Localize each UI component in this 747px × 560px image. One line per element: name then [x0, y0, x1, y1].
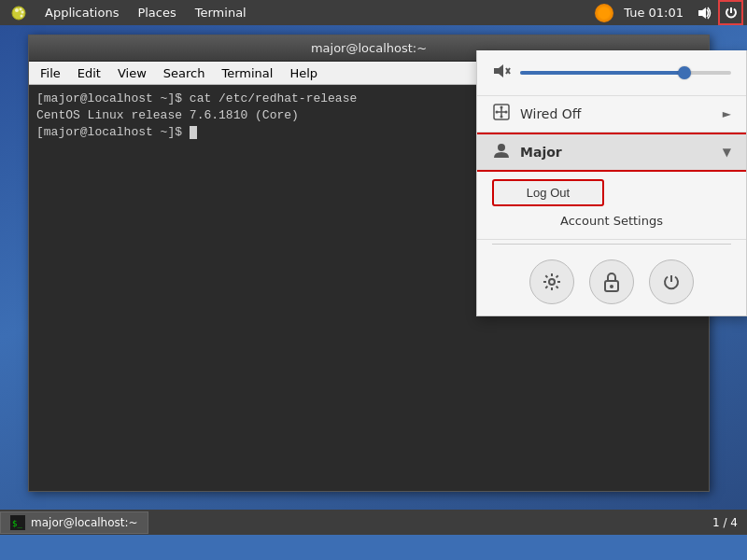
svg-point-12: [496, 111, 499, 114]
panel-bottom-icons: [477, 248, 746, 315]
taskbar-terminal-icon: $_: [10, 515, 25, 530]
wired-arrow-icon: ►: [723, 107, 731, 120]
taskbar: $_ major@localhost:~ 1 / 4: [0, 510, 747, 535]
desktop: major@localhost:~ File Edit View Search …: [0, 25, 747, 535]
volume-icon: [697, 6, 712, 21]
taskbar-left: $_ major@localhost:~: [0, 511, 148, 534]
wired-label: Wired Off: [520, 106, 713, 121]
user-arrow-icon: ▼: [723, 146, 731, 159]
volume-icon-btn[interactable]: [691, 0, 716, 25]
firefox-icon[interactable]: [591, 0, 616, 25]
svg-point-1: [15, 8, 19, 12]
user-name: Major: [520, 145, 713, 160]
logout-button[interactable]: Log Out: [492, 179, 604, 206]
system-settings-button[interactable]: [529, 259, 574, 304]
topbar-right: Tue 01:01: [591, 0, 743, 25]
menu-search[interactable]: Search: [156, 64, 213, 82]
menu-help[interactable]: Help: [282, 64, 325, 82]
menu-terminal[interactable]: Terminal: [214, 64, 280, 82]
places-menu[interactable]: Places: [130, 0, 183, 25]
menu-view[interactable]: View: [110, 64, 154, 82]
lock-icon: [602, 272, 621, 292]
power-off-icon: [662, 273, 681, 291]
top-panel: Applications Places Terminal Tue 01:01: [0, 0, 747, 25]
app-menu-icon[interactable]: [4, 0, 34, 25]
account-settings-link[interactable]: Account Settings: [492, 210, 731, 231]
lock-screen-button[interactable]: [589, 259, 634, 304]
user-icon: [492, 142, 511, 162]
svg-point-14: [500, 106, 503, 109]
topbar-left: Applications Places Terminal: [4, 0, 254, 25]
svg-point-16: [498, 144, 505, 151]
svg-point-17: [549, 279, 555, 285]
volume-slider-track[interactable]: [520, 71, 731, 75]
panel-divider: [492, 244, 731, 245]
settings-icon: [542, 272, 562, 292]
taskbar-terminal-app[interactable]: $_ major@localhost:~: [0, 511, 148, 534]
terminal-menu[interactable]: Terminal: [188, 0, 254, 25]
gnome-foot-icon: [11, 6, 26, 21]
panel-actions: Log Out Account Settings: [477, 172, 746, 240]
svg-point-4: [21, 14, 23, 17]
svg-point-13: [505, 111, 508, 114]
wired-network-row[interactable]: Wired Off ►: [477, 96, 746, 133]
power-icon: [724, 6, 739, 21]
menu-file[interactable]: File: [33, 64, 68, 82]
panel-volume-icon: [492, 62, 511, 84]
svg-point-15: [500, 116, 503, 119]
applications-menu[interactable]: Applications: [37, 0, 126, 25]
svg-marker-5: [698, 7, 706, 19]
svg-point-3: [21, 10, 24, 13]
taskbar-app-label: major@localhost:~: [31, 516, 138, 529]
volume-slider-fill: [520, 71, 684, 75]
volume-slider-thumb[interactable]: [678, 66, 691, 79]
svg-text:$_: $_: [12, 519, 22, 528]
menu-edit[interactable]: Edit: [70, 64, 108, 82]
power-off-button[interactable]: [649, 259, 694, 304]
power-icon-btn[interactable]: [718, 0, 743, 25]
svg-point-2: [20, 7, 22, 10]
system-panel: Wired Off ► Major ▼ Log Out Account Sett…: [476, 50, 747, 316]
clock: Tue 01:01: [618, 6, 689, 20]
terminal-cursor: [190, 126, 197, 139]
volume-row: [477, 50, 746, 96]
network-icon: [492, 104, 511, 124]
taskbar-pager[interactable]: 1 / 4: [703, 516, 747, 529]
svg-point-19: [610, 285, 613, 288]
user-row[interactable]: Major ▼: [477, 133, 746, 172]
svg-marker-6: [494, 64, 503, 77]
